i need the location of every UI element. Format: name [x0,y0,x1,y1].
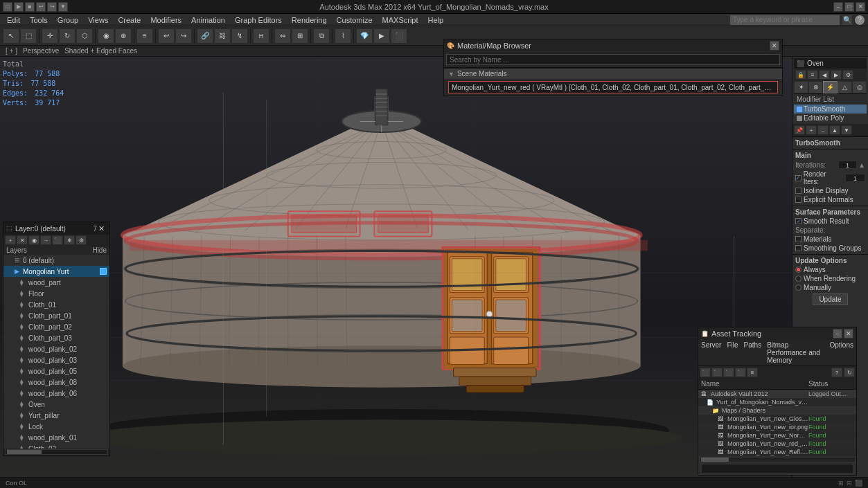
layer-wood-plank08[interactable]: ⧫ wood_plank_08 [3,377,109,388]
tb-coord-sys[interactable]: ⊕ [115,28,132,44]
layers-close[interactable]: ✕ [98,224,107,233]
material-name-field[interactable]: Mongolian_Yurt_new_red ( VRayMtl ) [Clot… [448,81,778,93]
mod-toolbar-pin[interactable]: 📌 [794,125,805,135]
always-radio[interactable] [795,266,801,273]
layer-wood-plank01[interactable]: ⧫ wood_plank_01 [3,432,109,443]
layer-oven[interactable]: ⧫ Oven [3,399,109,410]
asset-row-diff[interactable]: 🖼 Mongolian_Yurt_new_red_Diff.png Found [698,440,856,448]
layer-yurt-pillar[interactable]: ⧫ Yurt_pillar [3,410,109,421]
asset-close[interactable]: ✕ [844,329,853,338]
mod-toolbar-dn[interactable]: ▼ [841,125,852,135]
asset-tb-4[interactable]: ⬛ [735,368,746,377]
explicit-normals-checkbox[interactable] [795,197,801,203]
layer-0-default[interactable]: ⊞ 0 (default) [3,255,109,266]
menu-help[interactable]: Help [424,15,448,25]
asset-menu-file[interactable]: File [727,341,738,364]
tb-unlink[interactable]: ⛓ [214,28,231,44]
tb-link[interactable]: 🔗 [197,28,213,44]
tb-redo[interactable]: ↪ [175,28,192,44]
asset-tb-1[interactable]: ⬛ [700,368,711,377]
smooth-result-checkbox[interactable]: ✓ [795,218,801,224]
update-button[interactable]: Update [813,293,847,305]
asset-row-ior[interactable]: 🖼 Mongolian_Yurt_new_ior.png Found [698,423,856,431]
layer-wood-plank05[interactable]: ⧫ wood_plank_05 [3,365,109,377]
menu-rendering[interactable]: Rendering [287,15,331,25]
isoline-checkbox[interactable] [795,188,801,194]
tab-modify[interactable]: ⊗ [808,81,823,93]
layers-scroll-thumb[interactable] [7,450,42,454]
asset-menu-server[interactable]: Server [701,341,721,364]
render-iters-checkbox[interactable]: ✓ [795,175,801,181]
materials-checkbox[interactable] [795,236,801,242]
menu-views[interactable]: Views [84,15,112,25]
help-btn[interactable]: ? [854,15,865,26]
scene-materials-header[interactable]: ▼ Scene Materials [444,68,782,79]
asset-scroll-thumb[interactable] [701,458,729,462]
tb-scale[interactable]: ⬡ [76,28,93,44]
win-restore[interactable]: □ [844,2,854,12]
render-iters-value[interactable]: 1 [845,174,865,182]
tb-undo[interactable]: ↩ [158,28,175,44]
layer-wood-plank02[interactable]: ⧫ wood_plank_02 [3,343,109,354]
tb-rotate[interactable]: ↻ [59,28,76,44]
tb-mirror[interactable]: ⇔ [274,28,291,44]
search-input[interactable] [729,15,840,26]
qa-new[interactable]: □ [3,2,12,12]
menu-customize[interactable]: Customize [333,15,377,25]
layers-list[interactable]: ⊞ 0 (default) ▶ Mongolian Yurt ⧫ wood_pa… [3,255,109,449]
tb-use-pivot[interactable]: ◉ [98,28,114,44]
asset-row-maps[interactable]: 📁 Maps / Shaders [698,406,856,415]
win-close[interactable]: ✕ [856,2,865,12]
layer-lock[interactable]: ⧫ Lock [3,421,109,432]
asset-tb-refresh[interactable]: ↻ [844,368,855,377]
search-btn[interactable]: 🔍 [842,15,853,26]
mat-browser-close[interactable]: ✕ [770,41,779,51]
mod-tb-configure[interactable]: ⚙ [842,70,853,80]
layer-floor[interactable]: ⧫ Floor [3,288,109,299]
qa-open[interactable]: ▶ [14,2,24,12]
asset-tb-3[interactable]: ⬛ [723,368,734,377]
layer-cloth-part02[interactable]: ⧫ Cloth_part_02 [3,321,109,332]
asset-menu-paths[interactable]: Paths [744,341,762,364]
tb-select-filter[interactable]: ≡ [136,28,153,44]
asset-menu-options[interactable]: Options [830,341,853,364]
layer-wood-part[interactable]: ⧫ wood_part [3,277,109,288]
mod-toolbar-up[interactable]: ▲ [829,125,840,135]
asset-row-gloss[interactable]: 🖼 Mongolian_Yurt_new_Gloss.png Found [698,415,856,423]
menu-graph-editors[interactable]: Graph Editors [231,15,286,25]
qa-save[interactable]: ■ [25,2,35,12]
layer-wood-plank03[interactable]: ⧫ wood_plank_03 [3,354,109,365]
win-minimize[interactable]: – [833,2,843,12]
ly-delete[interactable]: ✕ [17,235,28,245]
manually-radio[interactable] [795,284,801,291]
qa-redo[interactable]: ↪ [47,2,57,12]
tb-select-region[interactable]: ⬚ [20,28,37,44]
mod-toolbar-del[interactable]: – [817,125,829,135]
ly-add-sel[interactable]: → [40,235,51,245]
menu-tools[interactable]: Tools [26,15,52,25]
layers-scrollbar[interactable] [3,449,109,455]
menu-create[interactable]: Create [114,15,145,25]
ly-freeze[interactable]: ❄ [64,235,75,245]
modifier-editable-poly[interactable]: Editable Poly [794,114,867,123]
tb-quick-render[interactable]: ⬛ [391,28,407,44]
layer-wood-plank06[interactable]: ⧫ wood_plank_06 [3,388,109,399]
layer-cloth-part03[interactable]: ⧫ Cloth_part_03 [3,332,109,343]
viewport-perspective[interactable]: Perspective [23,47,59,55]
tab-motion[interactable]: △ [838,81,852,93]
asset-tb-5[interactable]: ≡ [747,368,758,377]
ly-select-by-layer[interactable]: ◉ [28,235,39,245]
asset-scrollbar[interactable] [699,457,856,462]
ly-new[interactable]: + [5,235,16,245]
asset-row-refl[interactable]: 🖼 Mongolian_Yurt_new_Refl.png Found [698,448,856,456]
asset-menu-bitmap-perf[interactable]: Bitmap Performance and Memory [767,341,824,364]
mat-search-input[interactable] [446,54,780,65]
tab-display[interactable]: ◎ [852,81,867,93]
asset-row-normal[interactable]: 🖼 Mongolian_Yurt_new_Normal.png Found [698,431,856,440]
asset-tb-help[interactable]: ? [831,368,842,377]
mod-tb-funnel[interactable]: ≡ [807,70,818,80]
quick-access-toolbar[interactable]: □ ▶ ■ ↩ ↪ ▼ [3,2,68,12]
qa-undo[interactable]: ↩ [36,2,46,12]
mod-tb-nav-1[interactable]: ◀ [819,70,830,80]
tab-hierarchy[interactable]: ⚡ [823,81,838,93]
